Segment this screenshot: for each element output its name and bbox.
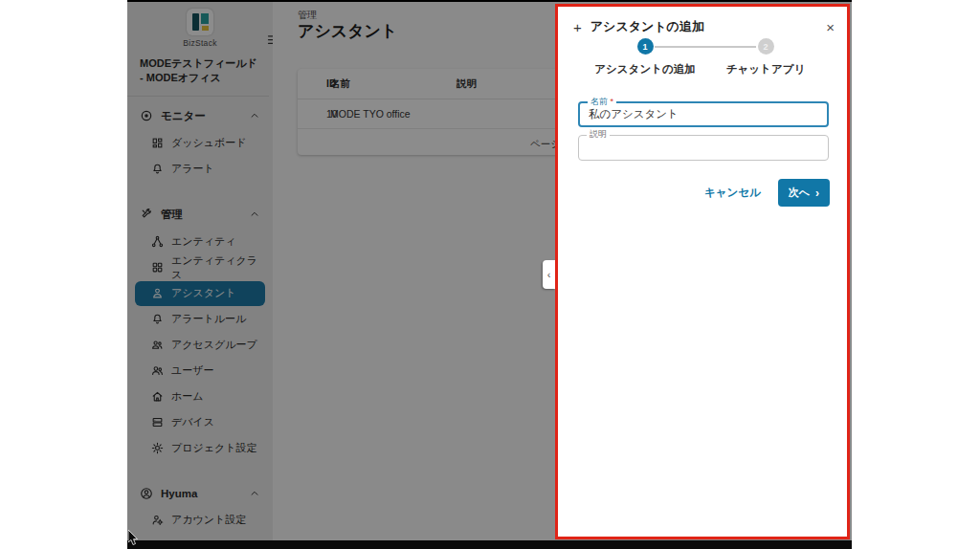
name-input[interactable]: [580, 103, 827, 125]
add-assistant-drawer: + アシスタントの追加 × 1 アシスタントの追加 2 チャットアプリ 名前 *…: [555, 4, 850, 539]
step-2-circle: 2: [758, 38, 774, 55]
top-letterbox-bar: [127, 0, 852, 2]
stepper-step-1: 1 アシスタントの追加: [578, 38, 712, 77]
step-2-label: チャットアプリ: [699, 62, 833, 77]
description-field-label: 説明: [587, 129, 610, 140]
app-screenshot: BizStack MODEテストフィールド - MODEオフィス モニターダッシ…: [127, 0, 852, 549]
mouse-cursor: [128, 530, 139, 549]
cancel-button[interactable]: キャンセル: [704, 186, 761, 200]
bottom-letterbox-bar: [127, 540, 852, 549]
drawer-title: アシスタントの追加: [590, 18, 704, 35]
step-1-label: アシスタントの追加: [578, 62, 712, 77]
description-input[interactable]: [579, 136, 828, 160]
stepper-step-2: 2 チャットアプリ: [699, 38, 833, 77]
chevron-right-icon: ›: [815, 187, 819, 199]
drawer-actions: キャンセル 次へ ›: [704, 179, 830, 207]
next-button[interactable]: 次へ ›: [778, 179, 830, 207]
close-icon[interactable]: ×: [826, 20, 835, 34]
drawer-header: + アシスタントの追加 ×: [573, 18, 835, 35]
name-field-wrapper: 名前 *: [578, 101, 829, 127]
chevron-left-icon: ‹: [547, 269, 551, 280]
required-asterisk: *: [611, 97, 614, 106]
plus-icon: +: [573, 20, 582, 34]
step-1-circle: 1: [637, 38, 654, 55]
description-field-wrapper: 説明: [578, 135, 829, 161]
drawer-collapse-handle[interactable]: ‹: [543, 260, 555, 289]
name-field-label: 名前 *: [588, 97, 616, 107]
